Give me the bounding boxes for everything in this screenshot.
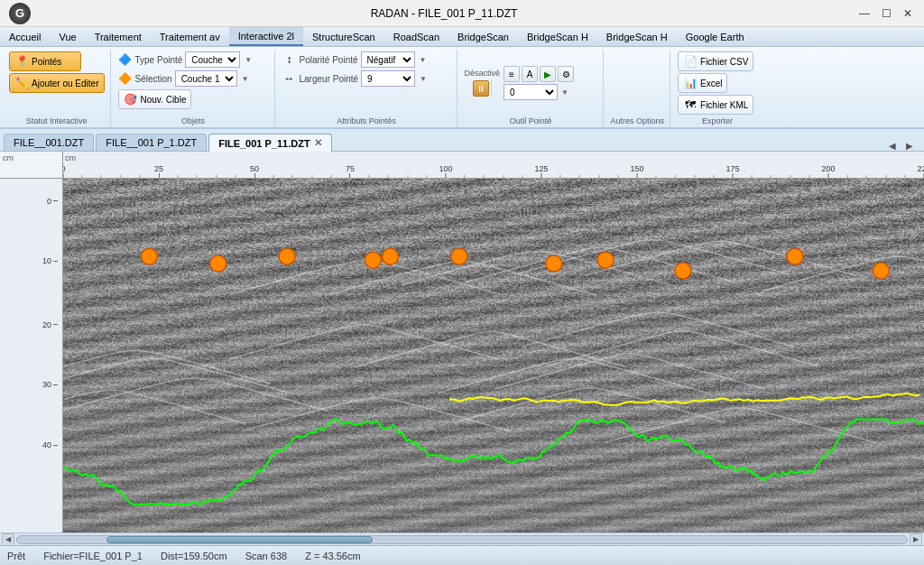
outil-arrow: ▼ <box>561 88 568 97</box>
menu-structurescan[interactable]: StructureScan <box>303 27 384 46</box>
tab-close-icon[interactable]: ✕ <box>314 137 322 149</box>
status-file: Fichier=FILE_001 P_1 <box>43 551 143 561</box>
csv-label: Fichier CSV <box>700 57 748 67</box>
type-pointe-field: 🔷 Type Pointé CouchePoint ▼ <box>118 51 253 68</box>
scroll-right-arrow[interactable]: ▶ <box>910 533 922 546</box>
app-logo: G <box>9 3 31 24</box>
minimize-button[interactable]: — <box>857 6 872 21</box>
nouv-cible-label: Nouv. Cible <box>141 95 187 105</box>
status-bar: Prêt Fichier=FILE_001 P_1 Dist=159.50cm … <box>0 545 924 565</box>
fichier-kml-button[interactable]: 🗺 Fichier KML <box>678 95 753 115</box>
ribbon-group-objets: 🔷 Type Pointé CouchePoint ▼ 🔶 Sélection … <box>113 50 275 127</box>
settings-button[interactable]: ⚙ <box>558 66 574 82</box>
pointes-icon: 📍 <box>14 54 29 69</box>
kml-label: Fichier KML <box>700 100 748 110</box>
y-ruler: 010203040 <box>0 179 63 533</box>
menu-vue[interactable]: Vue <box>50 27 85 46</box>
ribbon: 📍 Pointés ✏️ Ajouter ou Editer Statut In… <box>0 47 924 129</box>
window-controls: — ☐ ✕ <box>857 6 915 21</box>
menu-roadscan[interactable]: RoadScan <box>384 27 448 46</box>
menu-traitement-av[interactable]: Traitement av <box>151 27 229 46</box>
attributs-label: Attributs Pointés <box>337 116 396 125</box>
status-ready: Prêt <box>7 551 25 561</box>
ajouter-editer-button[interactable]: ✏️ Ajouter ou Editer <box>9 73 105 93</box>
ribbon-group-autres: Autres Options <box>605 50 671 127</box>
excel-button[interactable]: 📊 Excel <box>678 73 727 93</box>
status-dist: Dist=159.50cm <box>161 551 227 561</box>
close-button[interactable]: ✕ <box>901 6 915 21</box>
pointes-button[interactable]: 📍 Pointés <box>9 51 81 71</box>
desactive-label: Désactivé <box>465 69 501 78</box>
ribbon-group-attributs: ↕ Polarité Pointé NégatifPositif ▼ ↔ Lar… <box>277 50 457 127</box>
ribbon-group-exporter: 📄 Fichier CSV 📊 Excel 🗺 Fichier KML Expo… <box>672 50 762 127</box>
outil-label: Outil Pointé <box>510 116 552 125</box>
h-scrollbar: ◀ ▶ <box>0 533 924 545</box>
largeur-icon: ↔ <box>282 71 297 86</box>
corner-label: cm <box>0 152 63 179</box>
menu-bar: Accueil Vue Traitement Traitement av Int… <box>0 27 924 47</box>
polarite-select[interactable]: NégatifPositif <box>361 51 415 68</box>
exporter-label: Exporter <box>702 116 733 125</box>
tool-icon-2[interactable]: A <box>522 66 538 82</box>
status-z: Z = 43.56cm <box>305 551 360 561</box>
scan-image-area <box>63 179 924 533</box>
window-title: RADAN - FILE_001 P_11.DZT <box>31 7 857 20</box>
polarite-field: ↕ Polarité Pointé NégatifPositif ▼ <box>282 51 427 68</box>
title-bar: G RADAN - FILE_001 P_11.DZT — ☐ ✕ <box>0 0 924 27</box>
type-pointe-arrow: ▼ <box>245 56 252 64</box>
gpr-canvas <box>63 179 924 533</box>
top-unit-label: cm <box>65 153 76 162</box>
largeur-arrow: ▼ <box>420 75 427 83</box>
play-button[interactable]: ▶ <box>540 66 556 82</box>
selection-select[interactable]: Couche 1Couche 2 <box>175 70 237 87</box>
menu-bridgescan[interactable]: BridgeScan <box>448 27 518 46</box>
maximize-button[interactable]: ☐ <box>879 6 893 21</box>
tab-scroll: ◀ ▶ <box>882 136 920 151</box>
statut-label: Statut Interactive <box>26 116 88 125</box>
tab-bar: FILE__001.DZT FILE__001 P_1.DZT FILE_001… <box>0 129 924 152</box>
objets-label: Objets <box>181 116 205 125</box>
largeur-field: ↔ Largeur Pointé 95711 ▼ <box>282 70 428 87</box>
tab-scroll-right[interactable]: ▶ <box>902 141 917 151</box>
largeur-select[interactable]: 95711 <box>361 70 415 87</box>
polarite-icon: ↕ <box>282 52 297 67</box>
selection-icon: 🔶 <box>118 71 133 86</box>
selection-label: Sélection <box>135 74 172 84</box>
menu-accueil[interactable]: Accueil <box>0 27 50 46</box>
csv-icon: 📄 <box>683 54 698 69</box>
polarite-label: Polarité Pointé <box>300 55 358 65</box>
selection-arrow: ▼ <box>242 75 249 83</box>
type-pointe-select[interactable]: CouchePoint <box>185 51 240 68</box>
polarite-arrow: ▼ <box>420 56 427 64</box>
outil-value-select[interactable]: 0 <box>504 84 558 100</box>
menu-bridgescan-h2[interactable]: BridgeScan H <box>597 27 677 46</box>
scrollbar-thumb[interactable] <box>106 536 374 543</box>
kml-icon: 🗺 <box>683 97 698 112</box>
top-ruler: 0255075100125150175200225 cm <box>63 152 924 179</box>
excel-label: Excel <box>700 79 722 88</box>
scrollbar-track[interactable] <box>16 535 908 544</box>
tab-file001-p11[interactable]: FILE_001 P_11.DZT ✕ <box>208 134 332 152</box>
tab-file001[interactable]: FILE__001.DZT <box>4 134 94 151</box>
tab-file001-label: FILE__001.DZT <box>14 137 84 148</box>
fichier-csv-button[interactable]: 📄 Fichier CSV <box>678 51 753 71</box>
editer-icon: ✏️ <box>14 76 29 90</box>
tab-file001-p1-label: FILE__001 P_1.DZT <box>106 137 197 148</box>
menu-traitement[interactable]: Traitement <box>86 27 151 46</box>
scroll-left-arrow[interactable]: ◀ <box>2 533 14 546</box>
excel-icon: 📊 <box>683 76 698 90</box>
ribbon-group-outil: Désactivé ⏸ ≡ A ▶ ⚙ <box>459 50 604 127</box>
nouv-cible-icon: 🎯 <box>124 92 138 107</box>
tab-scroll-left[interactable]: ◀ <box>885 141 900 151</box>
tab-file001-p11-label: FILE_001 P_11.DZT <box>218 138 310 149</box>
menu-bridgescan-h1[interactable]: BridgeScan H <box>518 27 597 46</box>
pause-button[interactable]: ⏸ <box>473 80 489 97</box>
largeur-label: Largeur Pointé <box>300 74 359 84</box>
status-scan: Scan 638 <box>245 551 287 561</box>
nouv-cible-button[interactable]: 🎯 Nouv. Cible <box>118 89 192 109</box>
tab-file001-p1[interactable]: FILE__001 P_1.DZT <box>96 134 207 151</box>
tool-icon-1[interactable]: ≡ <box>504 66 520 82</box>
menu-interactive[interactable]: Interactive 2l <box>229 27 303 46</box>
type-pointe-label: Type Pointé <box>135 55 183 65</box>
menu-google-earth[interactable]: Google Earth <box>677 27 753 46</box>
